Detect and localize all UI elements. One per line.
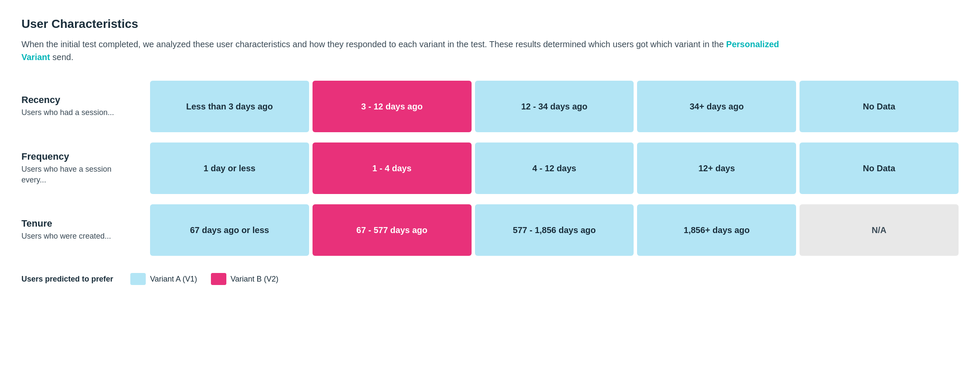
page-title: User Characteristics [21,17,959,31]
cell-recency-3: 34+ days ago [637,81,796,132]
cell-tenure-2: 577 - 1,856 days ago [475,204,634,256]
cell-tenure-0: 67 days ago or less [150,204,309,256]
cells-container-tenure: 67 days ago or less67 - 577 days ago577 … [150,204,959,256]
characteristic-label-frequency: FrequencyUsers who have a session every.… [21,151,150,185]
cell-recency-1: 3 - 12 days ago [313,81,472,132]
cell-recency-0: Less than 3 days ago [150,81,309,132]
cell-tenure-3: 1,856+ days ago [637,204,796,256]
cell-tenure-4: N/A [800,204,959,256]
legend: Users predicted to prefer Variant A (V1)… [21,273,959,285]
characteristic-label-tenure: TenureUsers who were created... [21,218,150,242]
legend-item-variant-b: Variant B (V2) [211,273,279,285]
label-sub-frequency: Users who have a session every... [21,164,137,185]
label-title-recency: Recency [21,94,137,106]
legend-label-variant-b: Variant B (V2) [231,275,279,284]
cell-frequency-2: 4 - 12 days [475,142,634,194]
cell-frequency-0: 1 day or less [150,142,309,194]
characteristic-row-frequency: FrequencyUsers who have a session every.… [21,142,959,194]
description-text-1: When the initial test completed, we anal… [21,39,726,49]
legend-swatch-variant-b [211,273,226,285]
characteristic-label-recency: RecencyUsers who had a session... [21,94,150,118]
cell-recency-4: No Data [800,81,959,132]
legend-swatch-variant-a [130,273,146,285]
legend-label-variant-a: Variant A (V1) [150,275,197,284]
characteristic-row-tenure: TenureUsers who were created...67 days a… [21,204,959,256]
cell-frequency-1: 1 - 4 days [313,142,472,194]
label-sub-recency: Users who had a session... [21,107,137,118]
cell-tenure-1: 67 - 577 days ago [313,204,472,256]
label-title-frequency: Frequency [21,151,137,162]
legend-item-variant-a: Variant A (V1) [130,273,197,285]
label-sub-tenure: Users who were created... [21,231,137,242]
cells-container-recency: Less than 3 days ago3 - 12 days ago12 - … [150,81,959,132]
cell-recency-2: 12 - 34 days ago [475,81,634,132]
legend-title: Users predicted to prefer [21,275,113,284]
characteristic-row-recency: RecencyUsers who had a session...Less th… [21,81,959,132]
page-description: When the initial test completed, we anal… [21,38,793,64]
label-title-tenure: Tenure [21,218,137,229]
cell-frequency-3: 12+ days [637,142,796,194]
characteristics-grid: RecencyUsers who had a session...Less th… [21,81,959,256]
description-text-2: send. [50,52,73,62]
cells-container-frequency: 1 day or less1 - 4 days4 - 12 days12+ da… [150,142,959,194]
cell-frequency-4: No Data [800,142,959,194]
